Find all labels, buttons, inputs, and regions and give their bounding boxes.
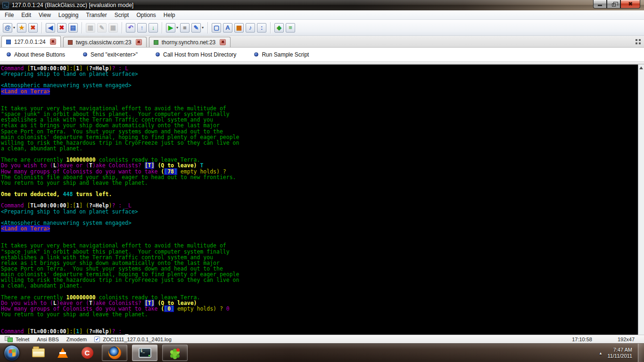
show-desktop-button[interactable] bbox=[638, 344, 644, 362]
terminal-line bbox=[1, 231, 638, 237]
icq-icon bbox=[173, 352, 177, 356]
delete-host-entry-button[interactable]: ✖ bbox=[28, 23, 38, 33]
terminal-line: willing to risk the hazardous trip in Cr… bbox=[1, 277, 638, 283]
menu-view[interactable]: View bbox=[35, 11, 55, 19]
terminal-line bbox=[1, 317, 638, 323]
tab-close-icon[interactable]: ✖ bbox=[136, 39, 142, 45]
run-script-button[interactable]: ▶▾ bbox=[166, 23, 178, 33]
program-settings-button[interactable]: ◆ bbox=[274, 23, 284, 33]
taskbar-explorer-button[interactable] bbox=[28, 344, 48, 362]
sound-bell-button[interactable]: ♪ bbox=[246, 23, 255, 33]
tab-overview-icon[interactable] bbox=[635, 39, 641, 45]
restore-button[interactable] bbox=[607, 0, 620, 8]
edit-text-icon: ✎ bbox=[97, 23, 107, 33]
cursor-options-button[interactable]: : bbox=[257, 23, 266, 33]
call-host-from-directory-button[interactable]: Call Host from Host Directory bbox=[156, 51, 236, 58]
transfer-status[interactable]: Zmodem bbox=[65, 335, 92, 343]
close-button[interactable]: ✖ bbox=[620, 0, 640, 8]
disconnect-session-icon: ✖ bbox=[57, 23, 66, 33]
terminal-line: You return to your ship and leave the pl… bbox=[1, 180, 638, 186]
minimize-button[interactable] bbox=[593, 0, 607, 8]
session-status-icon bbox=[6, 40, 11, 44]
edit-script-button[interactable]: ✎▾ bbox=[191, 23, 204, 33]
keyboard-mapping-icon: ≡ bbox=[286, 23, 295, 33]
redial-button[interactable]: ↶ bbox=[126, 23, 135, 33]
title-bar: ›_ 127.0.0.1:24 (BlackGlass.zoc) [evalua… bbox=[0, 0, 644, 10]
tray-time: 7:47 AM bbox=[607, 347, 632, 353]
taskbar-apps: C bbox=[26, 344, 190, 362]
menu-options[interactable]: Options bbox=[132, 11, 159, 19]
paste-text-icon: ▥ bbox=[86, 23, 95, 33]
status-bar: Telnet Ansi BBS Zmodem ✔ ZOC1111_127.0.0… bbox=[0, 335, 644, 343]
tab-thorny-synchro[interactable]: thorny.synchro.net:23✖ bbox=[149, 37, 231, 47]
select-colors-button[interactable]: ▩ bbox=[234, 23, 244, 33]
show-hidden-icons-button[interactable]: ▴ bbox=[594, 350, 608, 356]
minimize-icon bbox=[598, 5, 602, 6]
clock[interactable]: 7:47 AM 11/11/2011 bbox=[607, 347, 632, 359]
upload-file-button[interactable]: ↑ bbox=[137, 23, 147, 33]
send-exit-enter-button[interactable]: Send "exit<enter>" bbox=[83, 51, 138, 58]
connection-status[interactable]: Telnet bbox=[3, 335, 35, 343]
host-directory-button[interactable]: @▾ bbox=[3, 23, 15, 33]
terminal-line: <Atmospheric maneuvering system engaged> bbox=[1, 220, 638, 226]
statusbar-right: 17:10:58 192x47 bbox=[556, 337, 641, 342]
connect-session-button[interactable]: ◀ bbox=[46, 23, 55, 33]
taskbar-firefox-button[interactable] bbox=[102, 345, 127, 361]
terminal-line: a clean, abundant planet. bbox=[1, 283, 638, 288]
window-size-icon: ▢ bbox=[212, 23, 221, 33]
download-file-button[interactable]: ↓ bbox=[149, 23, 158, 33]
window-title: 127.0.0.1:24 (BlackGlass.zoc) [evaluatio… bbox=[12, 2, 133, 8]
emulation-status[interactable]: Ansi BBS bbox=[35, 335, 64, 343]
host-directory-icon: @ bbox=[3, 23, 12, 33]
menu-script[interactable]: Script bbox=[111, 11, 133, 19]
quick-button-label: Call Host from Host Directory bbox=[163, 51, 236, 58]
about-these-buttons-button[interactable]: About these Buttons bbox=[7, 51, 65, 58]
quick-button-label: Run Sample Script bbox=[262, 51, 309, 58]
tab-close-icon[interactable]: ✖ bbox=[50, 39, 56, 45]
menu-file[interactable]: File bbox=[1, 11, 17, 19]
tab-close-icon[interactable]: ✖ bbox=[220, 39, 226, 45]
tab-label: thorny.synchro.net:23 bbox=[162, 39, 216, 46]
select-font-button[interactable]: A bbox=[223, 23, 232, 33]
menu-help[interactable]: Help bbox=[160, 11, 179, 19]
menu-edit[interactable]: Edit bbox=[17, 11, 35, 19]
desktop: ›_ 127.0.0.1:24 (BlackGlass.zoc) [evalua… bbox=[0, 0, 644, 362]
session-status-icon bbox=[68, 40, 73, 45]
toolbar-separator bbox=[122, 22, 122, 33]
taskbar-ccleaner-button[interactable]: C bbox=[77, 344, 97, 362]
dropdown-caret-icon[interactable]: ▾ bbox=[202, 25, 204, 30]
bullet-icon bbox=[83, 52, 87, 57]
tab-twgs-classictw[interactable]: twgs.classictw.com:23✖ bbox=[63, 37, 147, 47]
session-profile-button[interactable]: ▤ bbox=[68, 23, 78, 33]
taskbar-vlc-button[interactable] bbox=[53, 344, 73, 362]
terminal-line: a clean, abundant planet. bbox=[1, 146, 638, 151]
start-button[interactable] bbox=[4, 345, 20, 361]
log-checkbox[interactable]: ✔ bbox=[94, 337, 100, 342]
taskbar-zoc-terminal-button[interactable] bbox=[132, 345, 157, 361]
menu-transfer[interactable]: Transfer bbox=[83, 11, 111, 19]
disconnect-session-button[interactable]: ✖ bbox=[57, 23, 66, 33]
taskbar-icq-button[interactable] bbox=[162, 345, 188, 361]
stop-script-button[interactable]: ■ bbox=[180, 23, 190, 33]
keyboard-mapping-button[interactable]: ≡ bbox=[286, 23, 295, 33]
run-sample-script-button[interactable]: Run Sample Script bbox=[254, 51, 309, 58]
download-file-icon: ↓ bbox=[149, 23, 158, 33]
dropdown-caret-icon[interactable]: ▾ bbox=[13, 25, 15, 30]
terminal-text: Command [TL=00:00:00]:[1] (?=Help)? : L<… bbox=[0, 65, 638, 335]
dropdown-caret-icon[interactable]: ▾ bbox=[176, 25, 178, 30]
quick-button-label: Send "exit<enter>" bbox=[91, 51, 138, 58]
program-settings-icon: ◆ bbox=[274, 23, 284, 33]
bullet-icon bbox=[7, 52, 11, 57]
tab-127-0-0-1-24[interactable]: 127.0.0.1:24✖ bbox=[1, 36, 61, 47]
terminal-scrollbar[interactable] bbox=[638, 65, 644, 335]
edit-text-button: ✎ bbox=[97, 23, 107, 33]
new-host-entry-button[interactable]: ★ bbox=[17, 23, 26, 33]
window-size-button[interactable]: ▢ bbox=[212, 23, 221, 33]
upload-file-icon: ↑ bbox=[137, 23, 147, 33]
menu-logging[interactable]: Logging bbox=[55, 11, 83, 19]
toolbar-separator bbox=[270, 22, 271, 33]
taskbar: C ▴ 7:47 AM 11/11/2011 bbox=[0, 343, 644, 362]
quick-button-bar: About these ButtonsSend "exit<enter>"Cal… bbox=[0, 48, 644, 62]
terminal-screen[interactable]: Command [TL=00:00:00]:[1] (?=Help)? : L<… bbox=[0, 65, 644, 335]
toolbar-separator bbox=[41, 22, 42, 33]
